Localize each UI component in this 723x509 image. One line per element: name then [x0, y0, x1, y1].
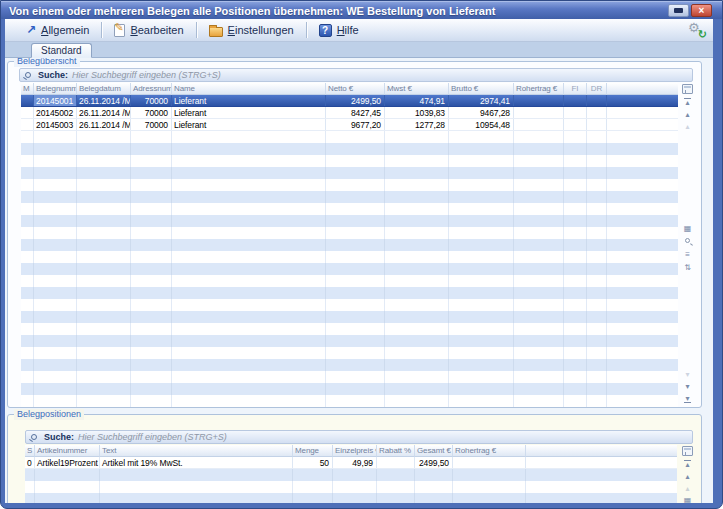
transfer-refresh-icon[interactable]: ⚙ ↻: [688, 21, 706, 39]
scroll-down-icon[interactable]: ▾: [681, 381, 694, 392]
beleg-table: M Belegnummer Belegdatum Adressnumm Name…: [21, 83, 678, 407]
table-cell: [514, 95, 564, 106]
empty-row: [25, 481, 677, 493]
menu-allgemein[interactable]: ↗ Allgemein: [17, 21, 98, 40]
column-chooser-icon[interactable]: [682, 84, 693, 94]
scroll-up-icon[interactable]: ▴: [681, 109, 694, 120]
column-header[interactable]: Artikelnummer: [35, 445, 100, 457]
dialog-window: Von einem oder mehreren Belegen alle Pos…: [0, 0, 723, 509]
help-icon: ?: [319, 24, 332, 37]
table-row[interactable]: 20145002 26.11.2014 /Mi 70000 Lieferant …: [21, 107, 678, 119]
empty-row: [21, 287, 678, 299]
menu-allgemein-label: Allgemein: [41, 24, 89, 36]
table-cell: [514, 107, 564, 118]
table-cell: [564, 107, 587, 118]
menu-bearbeiten[interactable]: ✎ Bearbeiten: [105, 21, 192, 40]
search-icon: [31, 434, 37, 440]
empty-row: [21, 311, 678, 323]
table-cell: Lieferant: [172, 119, 326, 130]
table-cell: 49,99: [333, 457, 377, 468]
column-header[interactable]: Belegdatum: [77, 83, 131, 95]
window-close-button[interactable]: ×: [691, 4, 712, 17]
column-header[interactable]: Adressnumm: [131, 83, 172, 95]
column-header[interactable]: Mwst €: [385, 83, 449, 95]
scroll-top-icon[interactable]: ▴: [681, 459, 694, 470]
positionen-search-input[interactable]: Suche: Hier Suchbegriff eingeben (STRG+S…: [25, 430, 693, 444]
scroll-up-page-icon[interactable]: ▴: [681, 483, 694, 494]
arrow-up-right-icon: ↗: [26, 24, 36, 36]
empty-row: [21, 359, 678, 371]
search-row-icon[interactable]: [681, 236, 694, 247]
column-header[interactable]: Menge: [293, 445, 333, 457]
column-header[interactable]: Rohertrag €: [514, 83, 564, 95]
tab-standard[interactable]: Standard: [31, 43, 92, 58]
empty-row: [21, 371, 678, 383]
empty-row: [21, 263, 678, 275]
column-header[interactable]: Einzelpreis €: [333, 445, 377, 457]
column-header[interactable]: FI: [564, 83, 587, 95]
search-icon: [25, 72, 31, 78]
column-header[interactable]: Rohertrag €: [453, 445, 526, 457]
sort-icon[interactable]: ⇅: [681, 262, 694, 273]
table-cell: 50: [293, 457, 333, 468]
column-header[interactable]: S: [25, 445, 35, 457]
column-header[interactable]: DR: [587, 83, 607, 95]
column-header[interactable]: Name: [172, 83, 326, 95]
table-cell: Lieferant: [172, 95, 326, 106]
table-cell: [21, 119, 34, 130]
search-placeholder: Hier Suchbegriff eingeben (STRG+S): [72, 70, 221, 80]
table-cell: [607, 107, 678, 118]
menu-hilfe[interactable]: ? Hilfe: [310, 21, 368, 40]
table-cell: 2499,50: [326, 95, 385, 106]
empty-row: [21, 251, 678, 263]
column-header[interactable]: M: [21, 83, 34, 95]
table-cell: [514, 119, 564, 130]
empty-row: [21, 395, 678, 407]
empty-row: [25, 493, 677, 503]
table-row[interactable]: 20145001 26.11.2014 /Mi 70000 Lieferant …: [21, 95, 678, 107]
table-cell: 9677,20: [326, 119, 385, 130]
empty-row: [21, 347, 678, 359]
window-content: ↗ Allgemein ✎ Bearbeiten Einstellungen ?…: [5, 19, 713, 503]
scroll-up-page-icon[interactable]: ▴: [681, 121, 694, 132]
table-row[interactable]: 0 Artikel19Prozent Artikel mit 19% MwSt.…: [25, 457, 677, 469]
empty-row: [21, 203, 678, 215]
scroll-bottom-icon[interactable]: ▾: [681, 393, 694, 404]
beleguebersicht-legend: Belegübersicht: [14, 58, 80, 67]
toolbar-divider: [101, 22, 102, 38]
menu-einstellungen[interactable]: Einstellungen: [200, 21, 303, 40]
table-cell: [607, 95, 678, 106]
table-cell: [453, 457, 526, 468]
column-chooser-icon[interactable]: [682, 446, 693, 456]
beleg-search-input[interactable]: Suche: Hier Suchbegriff eingeben (STRG+S…: [19, 68, 693, 82]
column-header[interactable]: Netto €: [326, 83, 385, 95]
empty-row: [21, 143, 678, 155]
scroll-up-icon[interactable]: ▴: [681, 471, 694, 482]
toolbar-divider: [306, 22, 307, 38]
menu-hilfe-label: Hilfe: [337, 24, 359, 36]
beleguebersicht-group: Belegübersicht Suche: Hier Suchbegriff e…: [7, 61, 702, 408]
empty-row: [21, 179, 678, 191]
column-header[interactable]: Belegnummer: [34, 83, 77, 95]
window-pin-button[interactable]: [668, 4, 689, 17]
empty-row: [21, 275, 678, 287]
table-row[interactable]: 20145003 26.11.2014 /Mi 70000 Lieferant …: [21, 119, 678, 131]
column-header[interactable]: Rabatt %: [377, 445, 415, 457]
menu-bearbeiten-label: Bearbeiten: [130, 24, 183, 36]
grid-view-icon[interactable]: ▦: [681, 223, 694, 234]
table-cell: 20145002: [34, 107, 77, 118]
grid-view-icon[interactable]: ▦: [681, 495, 694, 503]
positionen-table: S Artikelnummer Text Menge Einzelpreis €…: [25, 445, 677, 503]
filter-rows-icon[interactable]: ≡: [681, 249, 694, 260]
column-header[interactable]: Brutto €: [449, 83, 514, 95]
table-cell: 26.11.2014 /Mi: [77, 95, 131, 106]
scroll-top-icon[interactable]: ▴: [681, 97, 694, 108]
scroll-down-page-icon[interactable]: ▾: [681, 369, 694, 380]
empty-row: [21, 191, 678, 203]
table-cell: 70000: [131, 119, 172, 130]
table-cell: 10954,48: [449, 119, 514, 130]
table-cell: 8427,45: [326, 107, 385, 118]
column-header[interactable]: Text: [100, 445, 293, 457]
column-header[interactable]: Gesamt €: [415, 445, 453, 457]
table-cell: [587, 95, 607, 106]
